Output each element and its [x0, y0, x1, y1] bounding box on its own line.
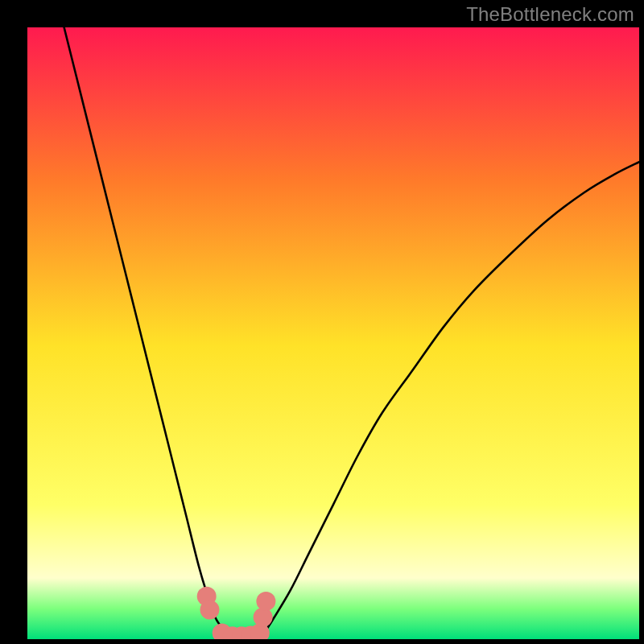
- plot-area: [27, 27, 639, 639]
- gradient-background: [27, 27, 639, 639]
- chart-svg: [27, 27, 639, 639]
- trough-marker: [256, 592, 275, 611]
- chart-frame: TheBottleneck.com: [0, 0, 644, 644]
- watermark-text: TheBottleneck.com: [466, 3, 634, 26]
- trough-marker: [200, 601, 219, 620]
